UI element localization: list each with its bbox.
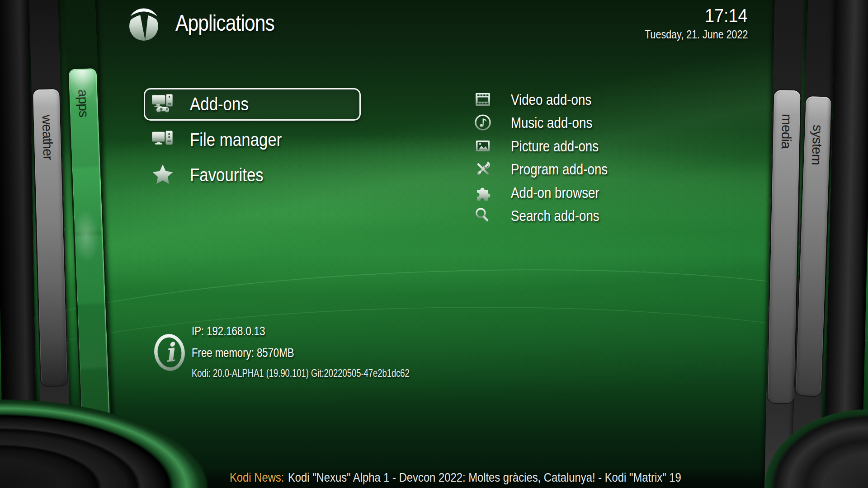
clock-time: 17:14	[705, 5, 748, 27]
submenu-item-label: Picture add-ons	[511, 138, 599, 155]
favourites-icon	[151, 163, 175, 188]
submenu-item-label: Search add-ons	[511, 207, 599, 225]
menu-item-label: Favourites	[190, 164, 264, 186]
search-addons-icon	[474, 206, 492, 226]
sidebar-tab-weather-label: weather	[39, 114, 56, 160]
submenu-item-program-addons[interactable]: Program add-ons	[474, 160, 709, 180]
page-title: Applications	[175, 10, 274, 36]
sidebar-tab-system-label: system	[809, 124, 826, 165]
addon-browser-icon	[474, 183, 492, 203]
info-ip: IP: 192.168.0.13	[192, 324, 265, 338]
submenu-item-label: Video add-ons	[511, 91, 591, 108]
info-icon: i	[152, 332, 187, 375]
right-bottom-frame-corner	[750, 398, 868, 488]
svg-text:i: i	[163, 337, 178, 368]
news-ticker-label: Kodi News:	[230, 470, 284, 484]
menu-item-favourites[interactable]: Favourites	[144, 160, 361, 191]
picture-addons-icon	[474, 137, 492, 157]
kodi-home-screen: Applications 17:14 Tuesday, 21. June 202…	[0, 0, 868, 488]
program-addons-icon	[474, 160, 492, 180]
sidebar-tab-media-label: media	[778, 114, 795, 149]
submenu-item-video-addons[interactable]: Video add-ons	[474, 90, 709, 110]
clock-date: Tuesday, 21. June 2022	[645, 28, 748, 41]
addons-icon	[151, 92, 175, 117]
menu-item-file-manager[interactable]: File manager	[144, 124, 361, 156]
info-kodi-version: Kodi: 20.0-ALPHA1 (19.90.101) Git:202205…	[192, 367, 410, 380]
submenu-item-music-addons[interactable]: Music add-ons	[474, 113, 709, 133]
info-free-memory: Free memory: 8570MB	[192, 346, 294, 360]
video-addons-icon	[474, 90, 492, 110]
submenu-item-label: Music add-ons	[511, 114, 592, 131]
menu-item-addons[interactable]: Add-ons	[144, 89, 361, 120]
left-bottom-frame-corner	[0, 384, 226, 488]
submenu-item-label: Add-on browser	[511, 184, 599, 202]
submenu-item-addon-browser[interactable]: Add-on browser	[474, 183, 709, 203]
music-addons-icon	[474, 113, 492, 133]
news-ticker-text: Kodi "Nexus" Alpha 1 - Devcon 2022: Molt…	[288, 470, 681, 484]
file-manager-icon	[151, 127, 175, 153]
submenu-item-search-addons[interactable]: Search add-ons	[474, 206, 709, 226]
sidebar-tab-apps-label: apps	[75, 89, 91, 117]
submenu-item-picture-addons[interactable]: Picture add-ons	[474, 137, 709, 157]
skin-logo	[125, 5, 163, 44]
submenu-item-label: Program add-ons	[511, 161, 608, 178]
menu-item-label: File manager	[190, 129, 282, 150]
menu-item-label: Add-ons	[190, 94, 249, 115]
